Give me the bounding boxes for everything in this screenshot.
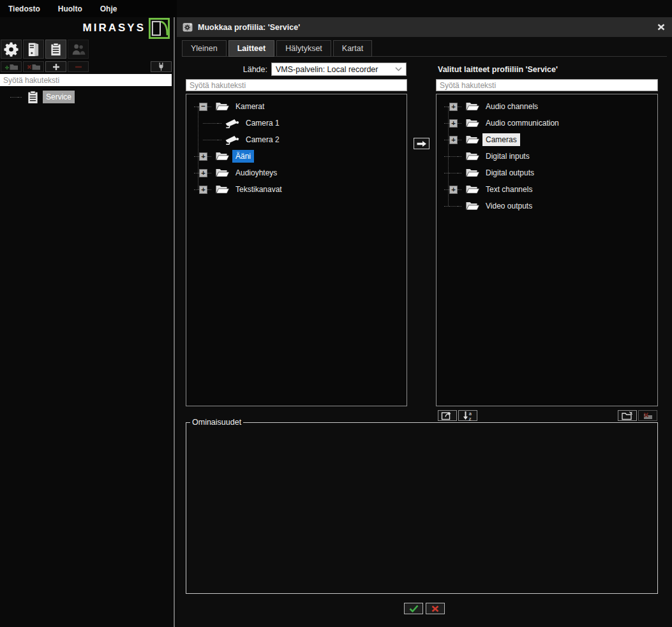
gear-icon (3, 41, 19, 57)
properties-label: Ominaisuudet (190, 418, 243, 427)
tree-item-label: Audio channels (482, 100, 541, 113)
cancel-button[interactable] (426, 603, 445, 614)
sidebar-search-input[interactable] (0, 74, 172, 86)
tree-item-label: Ääni (232, 150, 254, 163)
collapse-icon[interactable]: − (199, 103, 207, 111)
folder-icon (214, 184, 230, 195)
clipboard-icon (50, 43, 61, 56)
add-to-profile-button[interactable] (414, 138, 429, 149)
menu-huolto[interactable]: Huolto (58, 4, 82, 13)
tree-item-audio-communication[interactable]: +Audio communication (444, 115, 657, 131)
plug-icon (157, 62, 165, 71)
server-icon (26, 41, 41, 57)
dialog-title: Muokkaa profiilia: 'Service' (198, 23, 300, 32)
expand-icon[interactable]: + (199, 186, 207, 194)
tree-item-label: Audioyhteys (232, 166, 280, 179)
tree-item-ni[interactable]: +Ääni (194, 148, 407, 165)
close-icon[interactable] (656, 22, 666, 32)
source-select[interactable]: VMS-palvelin: Local recorder (271, 63, 407, 76)
edit-profile-dialog: Muokkaa profiilia: 'Service' Yleinen Lai… (177, 17, 672, 627)
expand-icon[interactable]: + (199, 152, 207, 161)
tree-item-label: Digital inputs (482, 150, 533, 163)
profiles-tree: Service (0, 87, 172, 627)
selected-device-search-input[interactable] (436, 79, 658, 91)
dialog-action-row (177, 603, 672, 614)
expand-icon[interactable]: + (449, 119, 458, 128)
device-search-input[interactable] (186, 79, 407, 91)
tree-item-label: Video outputs (482, 200, 535, 212)
tree-item-kamerat[interactable]: −Kamerat (194, 98, 407, 115)
folder-icon (214, 151, 230, 161)
tree-item-camera-1[interactable]: Camera 1 (194, 115, 407, 131)
add-button[interactable] (45, 61, 66, 72)
tree-guide-line (448, 107, 449, 206)
folder-icon (214, 168, 230, 178)
minus-icon (74, 63, 83, 71)
remove-button[interactable] (68, 61, 89, 72)
tree-item-video-outputs[interactable]: Video outputs (444, 198, 657, 214)
expand-icon[interactable]: + (449, 136, 458, 144)
available-devices-tree: −KameratCamera 1Camera 2+Ääni+Audioyhtey… (186, 94, 407, 406)
tree-item-label: Camera 2 (243, 133, 283, 146)
source-label: Lähde: (177, 65, 267, 74)
expand-icon[interactable]: + (449, 186, 458, 194)
clipboard-icon (24, 91, 41, 104)
profiles-button[interactable] (45, 40, 66, 59)
tree-item-label: Tekstikanavat (232, 183, 285, 196)
vms-servers-button[interactable] (23, 40, 44, 59)
system-settings-button[interactable] (1, 40, 22, 59)
tree-guide-line (198, 107, 198, 189)
tree-item-tekstikanavat[interactable]: +Tekstikanavat (194, 181, 407, 198)
properties-groupbox: Ominaisuudet (186, 418, 658, 594)
menu-ohje[interactable]: Ohje (100, 4, 117, 13)
sidebar-toolbar-secondary (1, 61, 172, 72)
sidebar-toolbar-main (1, 40, 89, 59)
folder-add-icon (4, 63, 19, 71)
tree-item-camera-2[interactable]: Camera 2 (194, 131, 407, 148)
tree-item-label: Digital outputs (482, 166, 537, 179)
folder-icon (464, 151, 481, 161)
tree-item-service[interactable]: Service (10, 89, 172, 105)
expand-icon[interactable]: + (199, 169, 207, 177)
cancel-x-icon (431, 605, 439, 612)
app-window: Tiedosto Huolto Ohje MIRASYS Service Muo… (0, 0, 672, 627)
tree-item-audio-channels[interactable]: +Audio channels (444, 98, 657, 115)
plus-icon (52, 63, 61, 71)
tree-item-audioyhteys[interactable]: +Audioyhteys (194, 165, 407, 181)
check-icon (409, 605, 419, 612)
sidebar-divider (174, 17, 175, 627)
brand-name: MIRASYS (83, 22, 146, 34)
brand: MIRASYS (0, 17, 172, 40)
mirasys-logo-icon (149, 18, 170, 39)
folder-icon (464, 135, 481, 145)
tab-laitteet[interactable]: Laitteet (228, 40, 274, 57)
tree-item-cameras[interactable]: +Cameras (444, 131, 657, 148)
tree-item-label: Cameras (482, 133, 520, 146)
tab-kartat[interactable]: Kartat (333, 40, 372, 57)
folder-remove-icon (27, 63, 41, 71)
menu-tiedosto[interactable]: Tiedosto (8, 4, 40, 13)
users-button[interactable] (68, 40, 89, 59)
camera-icon (224, 135, 241, 145)
add-profile-button[interactable] (1, 61, 22, 72)
camera-icon (224, 118, 241, 129)
folder-icon (464, 118, 481, 128)
tab-halytykset[interactable]: Hälytykset (276, 40, 331, 57)
expand-icon[interactable]: + (449, 103, 458, 111)
tree-item-label: Camera 1 (243, 117, 283, 129)
tree-item-label: Audio communication (482, 117, 562, 129)
selected-devices-title: Valitut laitteet profiiliin 'Service' (438, 65, 558, 74)
tree-item-label: Service (43, 91, 75, 103)
folder-icon (464, 168, 481, 178)
tree-item-label: Text channels (482, 183, 535, 196)
dialog-titlebar: Muokkaa profiilia: 'Service' (177, 17, 672, 37)
tree-item-text-channels[interactable]: +Text channels (444, 181, 657, 198)
arrow-right-icon (416, 140, 427, 147)
tree-item-digital-outputs[interactable]: Digital outputs (444, 165, 657, 181)
remove-profile-button[interactable] (23, 61, 44, 72)
tree-item-digital-inputs[interactable]: Digital inputs (444, 148, 657, 165)
connect-button[interactable] (151, 61, 172, 72)
folder-icon (464, 101, 481, 112)
tab-yleinen[interactable]: Yleinen (182, 40, 227, 57)
ok-button[interactable] (404, 603, 423, 614)
